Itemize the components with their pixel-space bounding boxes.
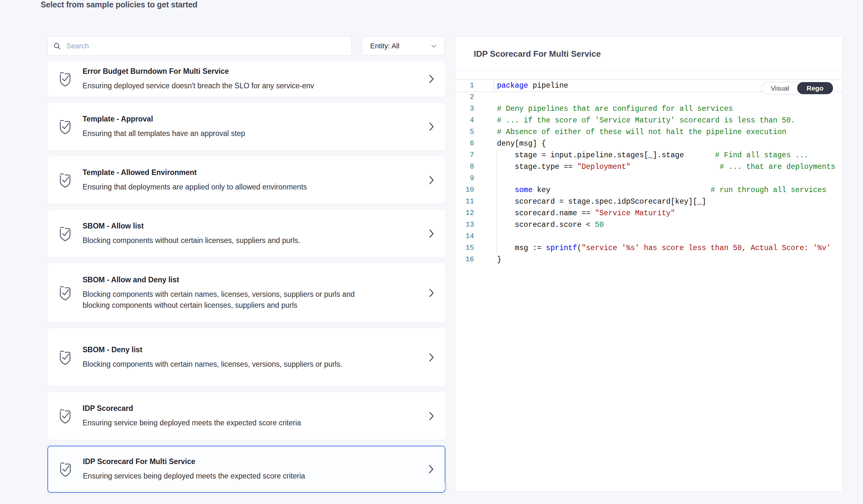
code-line-content: # ... if the score of 'Service Maturity'… (497, 115, 795, 126)
code-line: 7 stage = input.pipeline.stages[_].stage… (455, 150, 842, 161)
shield-check-icon (48, 408, 83, 424)
entity-filter-dropdown[interactable]: Entity: All (362, 36, 445, 56)
chevron-right-icon (418, 74, 445, 84)
policy-title: SBOM - Allow list (83, 222, 418, 230)
chevron-right-icon (418, 411, 445, 421)
line-number: 7 (455, 150, 474, 161)
list-bottom-divider (47, 494, 445, 495)
policy-title: IDP Scorecard (83, 404, 418, 413)
policy-card-list: Error Budget Burndown For Multi ServiceE… (47, 61, 445, 493)
line-number: 14 (455, 231, 474, 242)
policy-description: Blocking components without certain lice… (83, 235, 366, 246)
policy-card[interactable]: Template - Allowed EnvironmentEnsuring t… (47, 156, 445, 204)
chevron-right-icon (418, 288, 445, 298)
search-icon (53, 42, 61, 50)
line-number: 8 (455, 161, 474, 173)
policy-title: Error Budget Burndown For Multi Service (83, 67, 418, 76)
list-controls: Entity: All (47, 36, 445, 56)
line-number: 6 (455, 138, 474, 150)
code-line-content: scorecard.score < 50 (497, 219, 604, 231)
policy-description: Ensuring service being deployed meets th… (83, 417, 366, 428)
line-number: 9 (455, 173, 474, 184)
code-line: 8 stage.type == "Deployment" # ... that … (455, 161, 842, 173)
policy-title: SBOM - Deny list (83, 346, 418, 354)
code-line-content: scorecard = stage.spec.idpScorecard[key]… (497, 196, 706, 208)
policy-description: Ensuring deployed service doesn't breach… (83, 80, 366, 91)
chevron-right-icon (418, 175, 445, 185)
code-line: 5# Absence of either of these will not h… (455, 126, 842, 138)
code-line: 3# Deny pipelines that are configured fo… (455, 103, 842, 115)
line-number: 15 (455, 242, 474, 254)
code-line: 13 scorecard.score < 50 (455, 219, 842, 231)
line-number: 13 (455, 219, 474, 231)
code-line: 6deny[msg] { (455, 138, 842, 150)
code-line: 4# ... if the score of 'Service Maturity… (455, 115, 842, 126)
code-line-content: scorecard.name == "Service Maturity" (497, 208, 675, 219)
chevron-down-icon (430, 42, 438, 50)
code-line-content: some key # run through all services (497, 184, 826, 196)
code-line: 16} (455, 254, 842, 266)
line-number: 12 (455, 208, 474, 219)
code-line-content: # Absence of either of these will not ha… (497, 126, 786, 138)
policy-card[interactable]: Error Budget Burndown For Multi ServiceE… (47, 61, 445, 97)
policy-list-panel: Entity: All Error Budget Burndown For Mu… (47, 36, 445, 495)
line-number: 11 (455, 196, 474, 208)
policy-title: IDP Scorecard For Multi Service (83, 457, 418, 466)
policy-description: Ensuring that all templates have an appr… (83, 128, 366, 139)
policy-card[interactable]: SBOM - Deny listBlocking components with… (47, 328, 445, 386)
policy-title: Template - Approval (83, 115, 418, 124)
code-line: 10 some key # run through all services (455, 184, 842, 196)
policy-description: Ensuring that deployments are applied on… (83, 181, 366, 192)
toggle-option-visual[interactable]: Visual (762, 83, 798, 94)
entity-filter-label: Entity: All (370, 42, 399, 50)
chevron-right-icon (418, 352, 445, 363)
code-editor[interactable]: 1package pipeline23# Deny pipelines that… (455, 72, 842, 266)
code-line-content: msg := sprintf("service '%s' has score l… (497, 242, 831, 254)
chevron-right-icon (418, 121, 445, 132)
shield-check-icon (48, 119, 83, 134)
code-line-content: stage.type == "Deployment" # ... that ar… (497, 161, 835, 173)
page-title: Select from sample policies to get start… (41, 0, 197, 9)
policy-description: Ensuring services being deployed meets t… (83, 470, 367, 481)
line-number: 10 (455, 184, 474, 196)
shield-check-icon (48, 226, 83, 241)
chevron-right-icon (418, 464, 445, 474)
policy-description: Blocking components with certain names, … (83, 289, 366, 311)
shield-check-icon (48, 71, 83, 87)
shield-check-icon (48, 350, 83, 365)
code-line: 12 scorecard.name == "Service Maturity" (455, 208, 842, 219)
policy-card[interactable]: IDP ScorecardEnsuring service being depl… (47, 392, 445, 440)
code-line-content: stage = input.pipeline.stages[_].stage #… (497, 150, 809, 161)
line-number: 2 (455, 91, 474, 103)
list-scrollbar-thumb[interactable] (445, 482, 446, 490)
code-line-content: } (497, 254, 501, 266)
code-line-content: package pipeline (497, 80, 568, 91)
editor-mode-toggle: Visual Rego (762, 82, 833, 94)
detail-header: IDP Scorecard For Multi Service (455, 36, 842, 72)
shield-check-icon (48, 172, 83, 188)
code-line-content: deny[msg] { (497, 138, 546, 150)
code-line: 9 (455, 173, 842, 184)
detail-title: IDP Scorecard For Multi Service (474, 49, 601, 59)
line-number: 5 (455, 126, 474, 138)
shield-check-icon (48, 462, 83, 477)
toggle-option-rego[interactable]: Rego (797, 82, 833, 94)
shield-check-icon (48, 285, 83, 301)
code-line-content: # Deny pipelines that are configured for… (497, 103, 733, 115)
search-box[interactable] (47, 36, 352, 56)
policy-card[interactable]: SBOM - Allow and Deny listBlocking compo… (47, 263, 445, 323)
line-number: 3 (455, 103, 474, 115)
line-number: 4 (455, 115, 474, 126)
policy-card[interactable]: Template - ApprovalEnsuring that all tem… (47, 103, 445, 151)
policy-card[interactable]: SBOM - Allow listBlocking components wit… (47, 210, 445, 258)
line-number: 16 (455, 254, 474, 266)
search-input[interactable] (66, 41, 346, 51)
chevron-right-icon (418, 229, 445, 239)
policy-title: SBOM - Allow and Deny list (83, 275, 418, 284)
policy-title: Template - Allowed Environment (83, 168, 418, 177)
policy-detail-panel: IDP Scorecard For Multi Service 1package… (455, 36, 843, 492)
policy-card[interactable]: IDP Scorecard For Multi ServiceEnsuring … (47, 446, 445, 493)
code-line: 15 msg := sprintf("service '%s' has scor… (455, 242, 842, 254)
code-line: 11 scorecard = stage.spec.idpScorecard[k… (455, 196, 842, 208)
line-number: 1 (455, 80, 474, 91)
